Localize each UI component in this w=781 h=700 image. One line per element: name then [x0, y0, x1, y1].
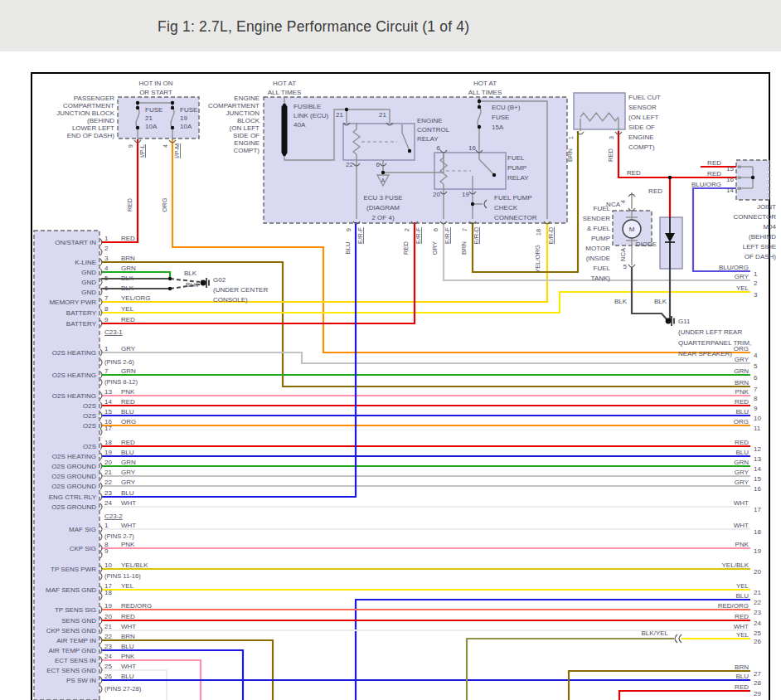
pin-bracket [100, 289, 102, 295]
junction-dot [171, 106, 174, 109]
circuit-label: O2S GROUND [51, 473, 96, 480]
fuel-cut-sensor-box [574, 93, 625, 129]
pin-number: 1 [104, 235, 109, 242]
label: END OF DASH) [67, 132, 115, 139]
pin-bracket [100, 379, 102, 386]
pin-number: 10 [754, 415, 761, 422]
label: BLK [654, 298, 667, 305]
circuit-label: CKP SIG [70, 545, 96, 552]
label: (BEHIND [87, 117, 114, 124]
wire-color-label: BLU [735, 592, 749, 600]
wire-color-label: GRN [121, 459, 136, 466]
pin-number: 24 [754, 620, 761, 627]
wire-color-label: RED/ORG [718, 602, 749, 610]
wire-color-label: WHT [734, 499, 749, 507]
pin-number: 7 [104, 294, 109, 302]
label: FUEL [507, 154, 525, 162]
rotated-label: BLU [344, 242, 352, 255]
wire-color-label: BLU [121, 489, 134, 497]
pin-number: 28 [754, 679, 761, 687]
circuit-label: BATTERY [66, 320, 97, 328]
pin-number: 19 [104, 602, 112, 610]
circuit-label: O2S HEATING [52, 453, 96, 460]
connector-id: C23-1 [104, 328, 123, 336]
circuit-label: O2S [83, 443, 96, 450]
pin-number: 14 [104, 398, 112, 406]
junction-dot [471, 202, 474, 206]
pin-bracket [100, 686, 102, 693]
label: 40A [293, 121, 306, 129]
rotated-label: 7 [461, 228, 468, 231]
junction-dot [136, 126, 139, 129]
pin-number: 15 [104, 408, 112, 416]
pin-number: 17 [104, 425, 112, 432]
wire-color-label: BLU [735, 408, 749, 416]
circuit-label: TP SENS PWR [51, 566, 96, 573]
pin-number: 24 [104, 653, 112, 660]
pin-number: 20 [104, 459, 112, 466]
label: LOWER LEFT [72, 124, 114, 132]
pin-number: 1 [104, 345, 109, 352]
label: 21 [336, 111, 343, 119]
pin-number: 3 [754, 291, 758, 299]
pin-bracket [100, 573, 102, 580]
label: FUSE [145, 106, 163, 114]
circuit-label: MEMORY PWR [49, 299, 96, 306]
pin-number: 18 [104, 439, 112, 446]
circuit-label: O2S [83, 422, 96, 430]
circuit-label: GND [81, 269, 96, 276]
rotated-label: 2 [403, 228, 410, 231]
wire-color-label: BRN [735, 379, 749, 386]
pin-number: 7 [104, 367, 109, 375]
pin-number: 17 [754, 506, 761, 513]
label: (ON LEFT [628, 114, 659, 121]
rotated-label: 9 [345, 228, 352, 231]
wire-color-label: WHT [121, 522, 136, 529]
junction-dot [381, 171, 385, 174]
pin-number: 16 [754, 485, 761, 493]
pin-bracket [100, 593, 102, 600]
pin-number: 18 [754, 528, 761, 536]
wire-color-label: RED [121, 613, 135, 620]
pin-bracket [100, 249, 102, 255]
pin-number: 22 [104, 479, 112, 486]
label: FUEL CUT [628, 94, 661, 101]
wire-color-label: BLU [735, 673, 749, 680]
wire-blu-org [693, 188, 750, 271]
label: 16 [468, 144, 476, 152]
circuit-label: CKP SENS GND [46, 627, 97, 634]
circuit-label: ENG CTRL RLY [49, 493, 97, 501]
label: 5 [623, 263, 628, 270]
label: SENSOR [628, 104, 657, 111]
circuit-label: TP SENS SIG [55, 606, 96, 614]
label: FUSE [492, 114, 509, 121]
fusible-link-icon [282, 105, 288, 154]
rotated-label: RED [126, 197, 133, 211]
label: FUEL [594, 265, 611, 272]
junction-dot [751, 176, 754, 179]
pin-number: 11 [754, 425, 761, 432]
pin-number: 24 [104, 499, 112, 507]
junction-dot [171, 101, 174, 105]
wire-color-label: PNK [121, 541, 135, 548]
wire-color-label: GRY [121, 469, 136, 476]
rotated-label: E/R-F [415, 227, 422, 244]
label: ALL TIMES [468, 89, 502, 96]
pin-number: 1 [754, 270, 758, 278]
label: 21 [379, 111, 386, 119]
junction-dot [168, 277, 172, 280]
label: (ON LEFT [230, 124, 260, 132]
label: JUNCTION [226, 109, 260, 117]
rotated-label: 3 [608, 136, 615, 139]
circuit-label: PS SW IN [66, 677, 96, 684]
label: RELAY [507, 174, 529, 182]
joint-connector-arrow-icon: « [737, 173, 741, 182]
label: OR START [139, 89, 172, 96]
wire-color-label: GRN [734, 367, 749, 375]
label: ENGINE [417, 117, 443, 124]
rotated-label: 6 [432, 228, 439, 231]
label: 19 [462, 191, 469, 198]
label: 10A [180, 123, 192, 130]
label: 10A [145, 123, 158, 130]
junction-dot [345, 108, 348, 111]
